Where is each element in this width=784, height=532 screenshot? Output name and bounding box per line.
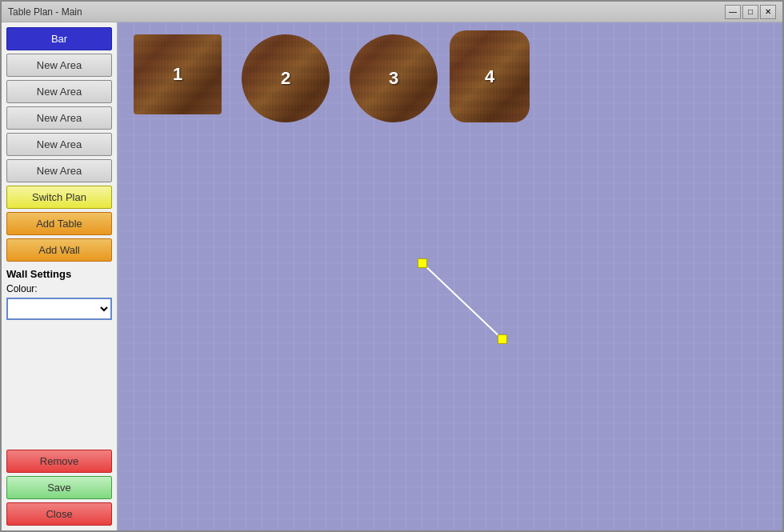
table-1[interactable]: 1 <box>134 34 222 114</box>
table-2[interactable]: 2 <box>242 34 330 122</box>
sidebar: Bar New Area New Area New Area New Area … <box>2 22 118 530</box>
window-controls: — □ ✕ <box>725 5 776 19</box>
new-area-button-1[interactable]: New Area <box>6 54 112 77</box>
switch-plan-button[interactable]: Switch Plan <box>6 186 112 209</box>
add-table-button[interactable]: Add Table <box>6 212 112 235</box>
title-bar: Table Plan - Main — □ ✕ <box>2 2 782 22</box>
floor-plan-canvas[interactable]: 1 2 3 4 <box>118 22 782 530</box>
new-area-button-2[interactable]: New Area <box>6 80 112 103</box>
window-title: Table Plan - Main <box>8 6 82 18</box>
save-button[interactable]: Save <box>6 476 112 499</box>
sidebar-spacer <box>6 323 112 443</box>
table-4-label: 4 <box>485 66 494 87</box>
new-area-button-3[interactable]: New Area <box>6 106 112 130</box>
table-4[interactable]: 4 <box>450 30 530 122</box>
close-button[interactable]: Close <box>6 502 112 526</box>
new-area-button-4[interactable]: New Area <box>6 133 112 156</box>
table-1-label: 1 <box>173 64 182 85</box>
table-3-label: 3 <box>389 68 398 89</box>
bar-button[interactable]: Bar <box>6 27 112 50</box>
add-wall-button[interactable]: Add Wall <box>6 238 112 262</box>
colour-select[interactable] <box>6 298 112 320</box>
new-area-button-5[interactable]: New Area <box>6 159 112 182</box>
wall-line <box>422 263 502 339</box>
remove-button[interactable]: Remove <box>6 450 112 473</box>
table-2-label: 2 <box>281 68 290 89</box>
content-area: Bar New Area New Area New Area New Area … <box>2 22 782 530</box>
colour-label: Colour: <box>6 283 112 294</box>
table-3[interactable]: 3 <box>350 34 438 122</box>
wall-settings-panel: Wall Settings Colour: <box>6 268 112 320</box>
main-window: Table Plan - Main — □ ✕ Bar New Area New… <box>0 0 784 532</box>
close-window-button[interactable]: ✕ <box>760 5 776 19</box>
wall-settings-title: Wall Settings <box>6 268 112 280</box>
wall-point-1[interactable] <box>418 258 427 268</box>
minimize-button[interactable]: — <box>725 5 741 19</box>
maximize-button[interactable]: □ <box>742 5 758 19</box>
wall-point-2[interactable] <box>498 334 507 344</box>
bottom-buttons: Remove Save Close <box>6 450 112 526</box>
